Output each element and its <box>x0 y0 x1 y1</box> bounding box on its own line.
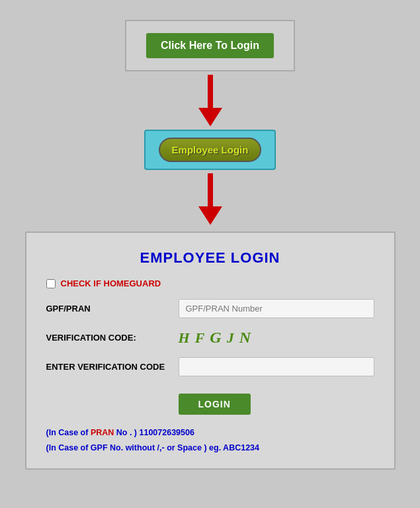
form-title: EMPLOYEE LOGIN <box>46 249 374 267</box>
arrow-shaft-2 <box>208 173 213 206</box>
login-button[interactable]: LOGIN <box>179 394 251 415</box>
homeguard-row: CHECK IF HOMEGUARD <box>46 278 374 288</box>
homeguard-label: CHECK IF HOMEGUARD <box>61 278 161 288</box>
arrow-1 <box>198 75 222 126</box>
verification-input[interactable] <box>179 357 374 376</box>
captcha-char-f: F <box>195 329 205 347</box>
employee-login-button[interactable]: Employee Login <box>159 138 262 162</box>
gpf-label: GPF/PRAN <box>46 304 179 314</box>
captcha-char-j: J <box>227 329 234 347</box>
captcha-char-g: G <box>210 329 221 347</box>
gpf-row: GPF/PRAN <box>46 299 374 318</box>
gpf-input[interactable] <box>179 299 374 318</box>
verification-code-row: VERIFICATION CODE: H F G J N <box>46 329 374 347</box>
verification-code-label: VERIFICATION CODE: <box>46 333 179 343</box>
captcha-char-n: N <box>239 329 251 347</box>
login-form-container: EMPLOYEE LOGIN CHECK IF HOMEGUARD GPF/PR… <box>25 232 396 470</box>
arrow-head-2 <box>198 206 222 225</box>
captcha-char-h: H <box>179 329 190 347</box>
enter-code-label: ENTER VERIFICATION CODE <box>46 362 179 372</box>
homeguard-checkbox[interactable] <box>46 279 56 288</box>
enter-code-row: ENTER VERIFICATION CODE <box>46 357 374 376</box>
arrow-2 <box>198 173 222 225</box>
info-text: (In Case of PRAN No . ) 110072639506 (In… <box>46 425 374 455</box>
captcha-display: H F G J N <box>179 329 251 347</box>
arrow-head-1 <box>198 108 222 126</box>
info-pran: PRAN <box>91 428 114 437</box>
info-suffix: No . ) 110072639506 <box>114 428 194 437</box>
click-here-button[interactable]: Click Here To Login <box>146 33 274 58</box>
info-line-2: (In Case of GPF No. without /,- or Space… <box>46 441 374 456</box>
click-here-wrapper: Click Here To Login <box>125 20 295 71</box>
info-line-1: (In Case of PRAN No . ) 110072639506 <box>46 425 374 441</box>
info-gpf: (In Case of GPF No. without /,- or Space… <box>46 443 260 452</box>
arrow-shaft-1 <box>208 75 213 108</box>
info-prefix: (In Case of <box>46 428 91 437</box>
employee-login-wrapper: Employee Login <box>144 130 276 170</box>
